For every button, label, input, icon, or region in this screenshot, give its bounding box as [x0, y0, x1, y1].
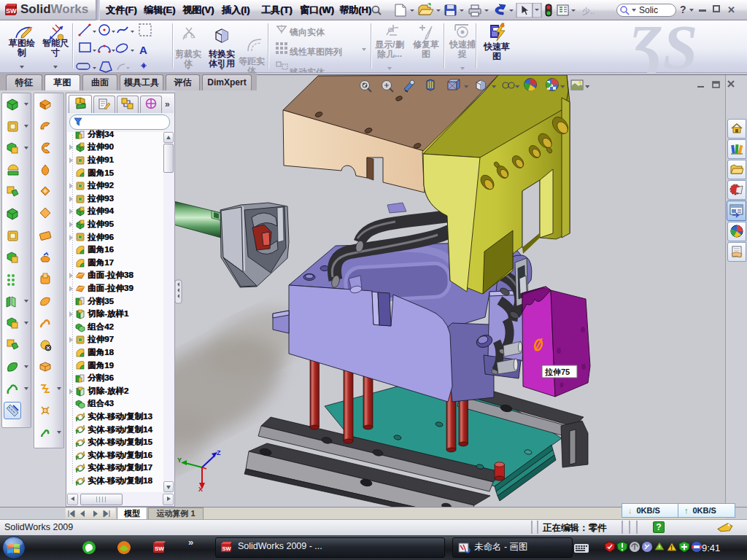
svg-text:Y: Y [177, 456, 182, 464]
svg-text:X: X [198, 486, 203, 493]
svg-text:SW: SW [222, 545, 232, 552]
svg-text:SW: SW [155, 545, 164, 552]
svg-text:拉伸75: 拉伸75 [544, 368, 570, 376]
svg-text:A: A [139, 44, 147, 56]
svg-text:!: ! [670, 544, 673, 551]
svg-text:Z: Z [217, 449, 221, 456]
svg-text:少..: 少.. [582, 7, 595, 15]
svg-text:SW: SW [6, 7, 17, 15]
